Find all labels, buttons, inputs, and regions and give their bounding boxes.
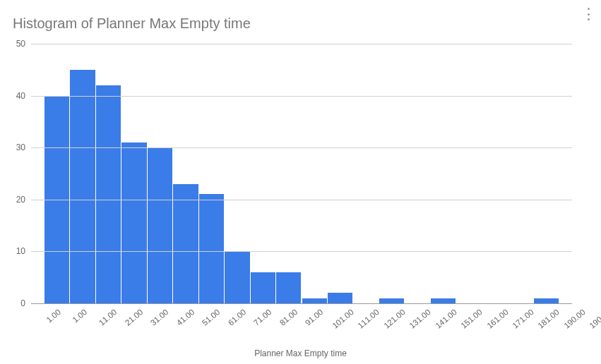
- x-tick: 41.00: [175, 308, 196, 327]
- bar: [96, 85, 121, 303]
- x-tick: 171.00: [511, 308, 535, 330]
- x-tick: 51.00: [201, 308, 222, 327]
- bar: [173, 184, 198, 303]
- x-axis-label: Planner Max Empty time: [0, 348, 601, 358]
- bar: [225, 251, 249, 303]
- bar: [148, 147, 172, 303]
- bars-layer: [31, 44, 572, 303]
- x-tick: 1.00: [45, 308, 63, 324]
- bar: [534, 298, 559, 303]
- x-tick: 141.00: [434, 308, 458, 330]
- x-tick: 181.00: [537, 308, 561, 330]
- y-tick: 20: [16, 195, 25, 205]
- y-tick: 30: [16, 142, 25, 152]
- y-tick: 0: [20, 298, 25, 308]
- plot-area: 01020304050: [31, 44, 572, 303]
- x-tick: 121.00: [382, 308, 407, 330]
- x-tick: 71.00: [252, 308, 273, 327]
- bar: [251, 272, 275, 303]
- x-tick: 111.00: [356, 308, 381, 330]
- y-tick: 40: [16, 91, 25, 101]
- gridline: [31, 44, 572, 44]
- gridline: [31, 251, 572, 252]
- x-tick: 31.00: [149, 308, 170, 327]
- bar: [121, 142, 146, 303]
- x-tick: 21.00: [124, 308, 145, 327]
- bar: [379, 298, 404, 303]
- x-tick: 1.00: [71, 308, 88, 324]
- gridline: [31, 147, 572, 148]
- baseline: [31, 303, 572, 304]
- bar: [276, 272, 301, 303]
- x-tick: 190.00: [588, 308, 601, 330]
- bar: [70, 70, 95, 303]
- bar: [302, 298, 327, 303]
- x-tick: 161.00: [485, 308, 510, 330]
- x-tick: 81.00: [278, 308, 299, 327]
- x-tick: 61.00: [226, 308, 247, 327]
- x-tick: 151.00: [459, 308, 484, 330]
- bar: [328, 293, 352, 303]
- more-options-icon[interactable]: [583, 6, 594, 23]
- bar: [431, 298, 456, 303]
- x-tick: 11.00: [97, 308, 119, 327]
- x-tick: 190.00: [562, 308, 587, 330]
- x-tick: 91.00: [304, 308, 325, 327]
- x-tick: 101.00: [331, 308, 355, 330]
- gridline: [31, 96, 572, 97]
- y-tick: 10: [16, 246, 25, 256]
- gridline: [31, 200, 572, 200]
- x-ticks: 1.001.0011.0021.0031.0041.0051.0061.0071…: [31, 305, 572, 340]
- chart-title: Histogram of Planner Max Empty time: [13, 16, 251, 32]
- bar: [199, 194, 224, 303]
- x-tick: 131.00: [407, 308, 432, 330]
- y-tick: 50: [16, 39, 25, 49]
